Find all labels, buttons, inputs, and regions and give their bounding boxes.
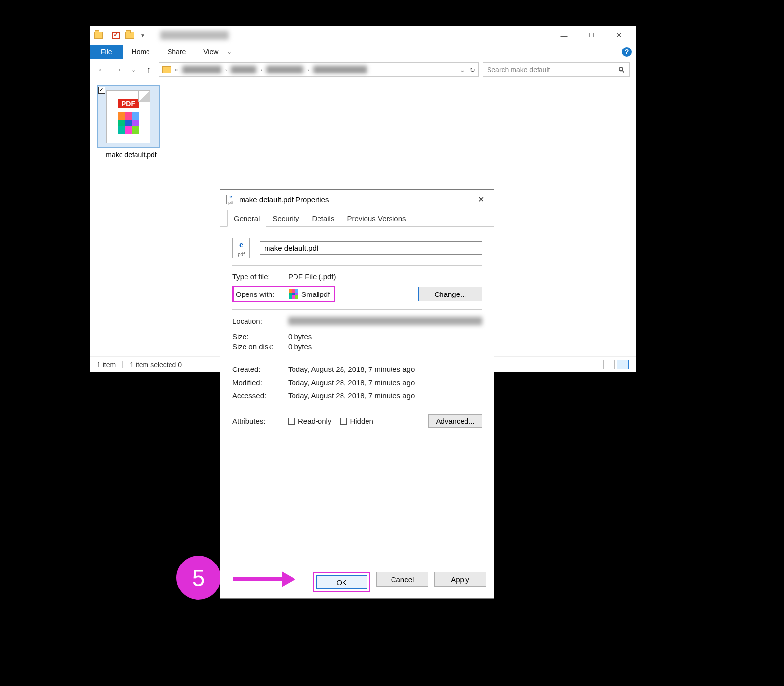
tab-security[interactable]: Security <box>266 210 305 227</box>
details-view-button[interactable] <box>603 360 615 369</box>
pdf-doc-icon: epdf <box>232 238 250 258</box>
recent-dropdown-icon[interactable]: ⌄ <box>127 67 139 73</box>
ok-button[interactable]: OK <box>316 575 368 589</box>
separator <box>232 265 482 266</box>
separator <box>149 30 149 40</box>
home-tab[interactable]: Home <box>123 45 159 59</box>
change-button[interactable]: Change... <box>418 287 482 301</box>
value-created: Today, August 28, 2018, 7 minutes ago <box>288 365 482 373</box>
close-button[interactable]: ✕ <box>605 27 633 44</box>
view-tab[interactable]: View <box>195 45 227 59</box>
value-size: 0 bytes <box>288 332 482 341</box>
close-icon[interactable]: ✕ <box>474 193 488 206</box>
folder-icon <box>94 32 103 39</box>
breadcrumb-segment[interactable] <box>182 66 221 74</box>
qat-dropdown-icon[interactable]: ▼ <box>140 33 145 38</box>
label-created: Created: <box>232 365 288 373</box>
maximize-button[interactable]: ☐ <box>578 27 605 44</box>
hidden-checkbox[interactable]: Hidden <box>340 417 373 425</box>
advanced-button[interactable]: Advanced... <box>428 414 482 428</box>
address-dropdown-icon[interactable]: ⌄ <box>460 66 465 74</box>
value-size-on-disk: 0 bytes <box>288 343 482 351</box>
dialog-titlebar: e make default.pdf Properties ✕ <box>220 190 494 209</box>
annotation-step-badge: 5 <box>176 556 220 600</box>
breadcrumb-segment[interactable] <box>266 66 303 74</box>
help-icon[interactable]: ? <box>622 47 632 57</box>
separator <box>108 30 108 40</box>
quick-access-toolbar: ▼ <box>112 32 145 39</box>
value-modified: Today, August 28, 2018, 7 minutes ago <box>288 378 482 387</box>
properties-tabs: General Security Details Previous Versio… <box>220 209 494 227</box>
folder-icon <box>162 66 171 74</box>
filename-input[interactable] <box>260 241 482 255</box>
ribbon-collapse-icon[interactable]: ⌄ <box>227 49 232 55</box>
properties-body: epdf Type of file: PDF File (.pdf) Opens… <box>220 227 494 435</box>
tab-general[interactable]: General <box>227 210 266 227</box>
value-opens-with: Smallpdf <box>301 290 330 298</box>
file-item[interactable]: PDF make default.pdf <box>97 85 166 159</box>
status-selection: 1 item selected 0 <box>130 361 182 368</box>
icons-view-button[interactable] <box>617 360 629 369</box>
address-bar[interactable]: « › › › ⌄ ↻ <box>159 62 479 77</box>
readonly-label: Read-only <box>298 417 331 425</box>
value-type: PDF File (.pdf) <box>288 272 482 281</box>
breadcrumb-sep: › <box>307 67 309 73</box>
new-folder-qat-icon[interactable] <box>125 32 134 39</box>
explorer-titlebar: ▼ — ☐ ✕ <box>90 26 636 44</box>
separator <box>232 407 482 407</box>
opens-with-highlight: Opens with: Smallpdf <box>232 286 335 302</box>
separator <box>122 361 123 368</box>
back-button[interactable]: ← <box>96 65 108 75</box>
dialog-buttons: OK Cancel Apply <box>313 572 486 592</box>
refresh-icon[interactable]: ↻ <box>470 66 475 74</box>
search-icon[interactable]: 🔍︎ <box>618 66 625 74</box>
ok-button-highlight: OK <box>313 572 370 592</box>
breadcrumb-sep: › <box>225 67 227 73</box>
label-attributes: Attributes: <box>232 417 288 425</box>
separator <box>232 309 482 310</box>
hidden-label: Hidden <box>350 417 373 425</box>
file-tab[interactable]: File <box>90 45 123 59</box>
label-size-on-disk: Size on disk: <box>232 343 288 351</box>
tab-details[interactable]: Details <box>306 210 341 227</box>
breadcrumb-segment[interactable] <box>231 66 256 74</box>
properties-dialog: e make default.pdf Properties ✕ General … <box>220 189 494 599</box>
label-location: Location: <box>232 317 288 325</box>
search-box[interactable]: Search make default 🔍︎ <box>483 62 630 77</box>
smallpdf-icon <box>118 112 139 134</box>
pdf-doc-icon: e <box>226 195 235 204</box>
label-modified: Modified: <box>232 378 288 387</box>
annotation-arrow-icon <box>233 573 296 585</box>
up-button[interactable]: ↑ <box>143 65 155 75</box>
pdf-badge: PDF <box>118 99 139 108</box>
window-title <box>160 31 229 40</box>
opens-with-app: Smallpdf <box>289 289 330 299</box>
label-size: Size: <box>232 332 288 341</box>
breadcrumb-sep: « <box>175 66 178 73</box>
tab-previous-versions[interactable]: Previous Versions <box>341 210 412 227</box>
breadcrumb-segment[interactable] <box>313 66 367 74</box>
cancel-button[interactable]: Cancel <box>376 572 428 587</box>
label-type: Type of file: <box>232 272 288 281</box>
apply-button[interactable]: Apply <box>434 572 486 587</box>
window-controls: — ☐ ✕ <box>550 27 633 44</box>
breadcrumb-sep: › <box>260 67 262 73</box>
navigation-bar: ← → ⌄ ↑ « › › › ⌄ ↻ Search make default … <box>90 60 636 79</box>
minimize-button[interactable]: — <box>550 27 578 44</box>
share-tab[interactable]: Share <box>159 45 195 59</box>
pdf-file-icon: PDF <box>106 90 150 143</box>
label-accessed: Accessed: <box>232 392 288 400</box>
label-opens-with: Opens with: <box>236 290 279 298</box>
separator <box>232 358 482 358</box>
smallpdf-icon <box>289 289 298 299</box>
file-label: make default.pdf <box>97 151 166 159</box>
properties-qat-icon[interactable] <box>112 32 120 39</box>
forward-button[interactable]: → <box>112 65 123 75</box>
readonly-checkbox[interactable]: Read-only <box>288 417 331 425</box>
selection-checkbox[interactable] <box>98 87 105 94</box>
dialog-title: make default.pdf Properties <box>239 196 329 204</box>
value-accessed: Today, August 28, 2018, 7 minutes ago <box>288 392 482 400</box>
status-item-count: 1 item <box>97 361 116 368</box>
search-placeholder: Search make default <box>487 66 550 74</box>
value-location <box>288 317 482 325</box>
